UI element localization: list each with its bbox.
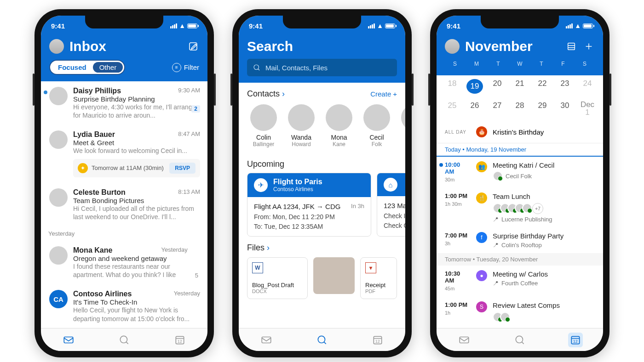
day-cell[interactable]: 27 [489, 101, 506, 117]
tab-search[interactable] [117, 333, 132, 347]
upcoming-card-hotel[interactable]: ⌂ 123 Ma Check I Check C [377, 173, 405, 237]
contact-item[interactable]: WandaHoward [285, 104, 318, 147]
day-cell-selected[interactable]: 19 [466, 79, 483, 94]
event-icon: 👥 [476, 161, 487, 172]
search-input[interactable]: Mail, Contacts, Files [247, 59, 397, 76]
day-cell[interactable]: 20 [489, 79, 506, 94]
phone-calendar: 9:41 ▲︎ November SMTWTFS 18 19 20 21 22 [430, 9, 610, 357]
contact-item[interactable]: MonaKane [322, 104, 356, 147]
attendee-stack: +7 [493, 203, 595, 214]
message-item[interactable]: Mona KaneYesterday Oregon and weekend ge… [41, 241, 207, 284]
agenda-list[interactable]: ALL DAY 🎂 Kristin's Birthday Today • Mon… [437, 121, 603, 328]
phone-search: 9:41 ▲︎ Search Mail, Contacts, Files Con… [232, 9, 412, 357]
event-item[interactable]: 1:00 PM1h 30m 🍴 Team Lunch +7 📍︎Lucerne … [437, 188, 603, 227]
day-cell[interactable]: 30 [557, 101, 573, 117]
section-upcoming: Upcoming [247, 159, 284, 169]
day-cell[interactable]: 18 [444, 79, 460, 94]
sender-avatar [49, 87, 68, 105]
inbox-tabs: Focused Other [49, 60, 125, 75]
day-cell[interactable]: 25 [444, 101, 460, 117]
attendee-avatar [493, 171, 503, 181]
wifi-icon: ▲︎ [179, 22, 185, 29]
word-icon: W [252, 262, 263, 273]
compose-button[interactable] [187, 40, 199, 52]
day-cell[interactable]: Dec1 [579, 101, 596, 117]
event-item[interactable]: 1:00 PM1h S Review Latest Comps [437, 297, 603, 327]
svg-rect-8 [568, 43, 575, 50]
event-item[interactable]: 10:00 AM30m 👥 Meeting Katri / Cecil Ceci… [437, 157, 603, 188]
tab-calendar[interactable]: 12 [370, 333, 385, 347]
create-contact-button[interactable]: Create + [370, 90, 397, 98]
section-contacts[interactable]: Contacts › [247, 89, 285, 99]
sender-avatar: CA [49, 290, 68, 308]
event-item[interactable]: 7:00 PM3h f Surprise Birthday Party 📍︎Co… [437, 227, 603, 253]
wifi-icon: ▲︎ [377, 22, 383, 29]
tab-mail[interactable] [259, 333, 274, 347]
rsvp-button[interactable]: RSVP [169, 163, 196, 174]
event-item[interactable]: 10:30 AM45m ● Meeting w/ Carlos 📍︎Fourth… [437, 266, 603, 297]
count-badge: 5 [193, 272, 200, 279]
tab-search[interactable] [512, 333, 527, 347]
agenda-view-button[interactable] [565, 40, 577, 52]
contact-item[interactable]: CecilFolk [360, 104, 393, 147]
day-of-week-row: SMTWTFS [447, 61, 593, 67]
message-item[interactable]: Lydia Bauer8:47 AM Meet & Greet We look … [41, 125, 207, 182]
day-cell[interactable]: 26 [466, 101, 483, 117]
message-item[interactable]: Celeste Burton8:13 AM Team Bonding Pictu… [41, 183, 207, 226]
week-row-1[interactable]: 18 19 20 21 22 23 24 [437, 75, 603, 97]
tab-bar: 12 [437, 328, 603, 351]
tab-other[interactable]: Other [93, 62, 123, 73]
tab-search[interactable] [315, 333, 329, 347]
day-cell[interactable]: 23 [557, 79, 573, 94]
day-cell[interactable]: 22 [534, 79, 551, 94]
message-item[interactable]: Daisy Phillips9:30 AM Surprise Birthday … [41, 81, 207, 125]
message-item[interactable]: CA Contoso AirlinesYesterday It's Time T… [41, 284, 207, 328]
page-title: November [465, 39, 560, 54]
tab-focused[interactable]: Focused [52, 62, 93, 73]
tab-calendar[interactable]: 12 [568, 333, 583, 347]
tab-bar: 12 [41, 328, 207, 351]
svg-rect-5 [262, 337, 271, 343]
more-attendees[interactable]: +7 [532, 203, 543, 214]
plus-icon: + [393, 90, 397, 98]
all-day-row[interactable]: ALL DAY 🎂 Kristin's Birthday [437, 121, 603, 143]
contact-item[interactable]: ColinBallinger [247, 104, 280, 147]
week-row-2[interactable]: 25 26 27 28 29 30 Dec1 [437, 97, 603, 121]
contact-avatar [250, 104, 277, 131]
profile-avatar[interactable] [445, 39, 460, 54]
svg-point-6 [318, 336, 325, 343]
location-icon: 📍︎ [493, 280, 499, 287]
rsvp-row: ✦ Tomorrow at 11AM (30min) RSVP [73, 159, 200, 177]
tab-mail[interactable] [457, 333, 472, 347]
pdf-icon: ▾ [365, 262, 376, 273]
day-cell[interactable]: 21 [512, 79, 528, 94]
profile-avatar[interactable] [49, 39, 64, 54]
filter-button[interactable]: ≡ Filter [172, 63, 199, 72]
sender-avatar [49, 130, 68, 149]
contacts-row[interactable]: ColinBallinger WandaHoward MonaKane Ceci… [239, 102, 405, 153]
file-item[interactable]: W Blog_Post Draft DOCX [247, 257, 308, 299]
filter-icon: ≡ [172, 63, 181, 72]
day-cell[interactable]: 29 [534, 101, 551, 117]
notch [481, 16, 559, 28]
count-badge: 2 [191, 105, 200, 113]
message-list[interactable]: Daisy Phillips9:30 AM Surprise Birthday … [41, 81, 207, 328]
upcoming-card-flight[interactable]: ✈ Flight to ParisContoso Airlines In 3h … [247, 173, 371, 237]
contact-avatar [288, 104, 315, 131]
svg-point-10 [516, 336, 523, 343]
file-item[interactable]: ▾ Receipt PDF [360, 257, 397, 299]
day-cell[interactable]: 24 [579, 79, 596, 94]
new-event-button[interactable] [583, 40, 595, 52]
files-row[interactable]: W Blog_Post Draft DOCX ▾ Receipt PDF [239, 256, 405, 300]
day-cell[interactable]: 28 [512, 101, 528, 117]
contact-item[interactable] [398, 104, 405, 147]
attendee-stack [493, 312, 595, 322]
notch [283, 16, 361, 28]
file-item-image[interactable] [313, 257, 355, 294]
contact-avatar [401, 104, 405, 131]
search-content[interactable]: Contacts › Create + ColinBallinger Wanda… [239, 83, 405, 328]
tab-calendar[interactable]: 12 [172, 333, 187, 347]
section-files[interactable]: Files › [247, 243, 270, 253]
tab-mail[interactable] [61, 333, 76, 347]
facebook-icon: f [476, 232, 487, 243]
